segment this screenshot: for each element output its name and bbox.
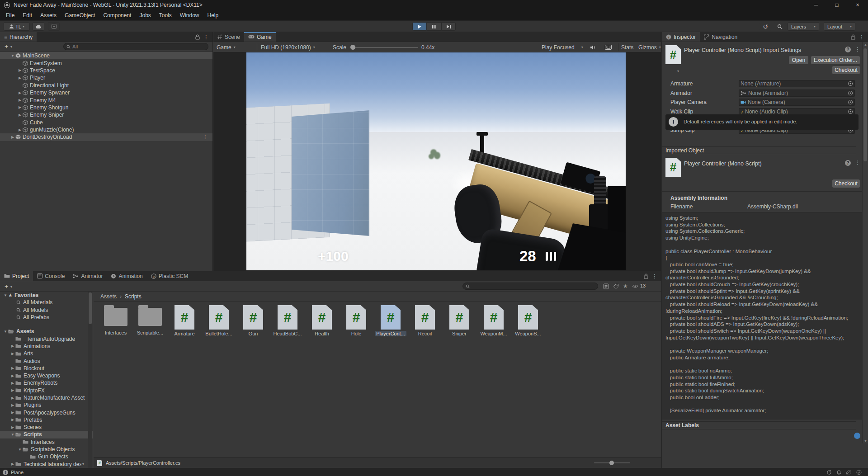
close-button[interactable]: × bbox=[847, 0, 868, 10]
play-button[interactable] bbox=[412, 22, 427, 31]
open-button[interactable]: Open bbox=[789, 56, 808, 64]
maximize-button[interactable]: □ bbox=[826, 0, 847, 10]
kebab-icon[interactable]: ⋮ bbox=[203, 134, 208, 140]
project-search-input[interactable] bbox=[462, 283, 598, 290]
pause-button[interactable] bbox=[427, 22, 441, 31]
hierarchy-item[interactable]: ▶TestSpace bbox=[0, 67, 212, 74]
truncation-caret-icon[interactable]: ▾ bbox=[82, 462, 84, 466]
expand-arrow-icon[interactable]: ▶ bbox=[17, 128, 23, 132]
project-tree-item[interactable]: ▶Prefabs bbox=[0, 416, 93, 424]
refresh-icon[interactable] bbox=[826, 470, 832, 475]
object-picker-icon[interactable] bbox=[848, 99, 853, 105]
thumbnail-size-thumb[interactable] bbox=[609, 461, 614, 465]
step-button[interactable] bbox=[441, 22, 456, 31]
minimize-button[interactable]: ─ bbox=[806, 0, 826, 10]
tab-inspector[interactable]: iInspector bbox=[662, 32, 700, 42]
kebab-icon[interactable]: ⋮ bbox=[652, 273, 657, 279]
expand-arrow-icon[interactable]: ▼ bbox=[3, 330, 8, 334]
grid-item-scriptable[interactable]: Scriptable... bbox=[133, 304, 167, 337]
inspector-scrollbar[interactable]: ▲ ▼ bbox=[862, 42, 868, 443]
favorites-item[interactable]: All Materials bbox=[0, 299, 93, 306]
resolution-dropdown[interactable]: Full HD (1920x1080)▾ bbox=[261, 43, 315, 51]
hierarchy-item[interactable]: ▼MainScene bbox=[0, 52, 212, 59]
expand-arrow-icon[interactable]: ▶ bbox=[10, 396, 15, 400]
keyboard-button[interactable] bbox=[605, 43, 612, 51]
save-search-star-icon[interactable]: ★ bbox=[623, 283, 628, 289]
menu-item-edit[interactable]: Edit bbox=[19, 10, 36, 20]
expand-arrow-icon[interactable]: ▶ bbox=[17, 91, 23, 95]
project-tree-item[interactable]: ▶Easy Weapons bbox=[0, 372, 93, 379]
grid-item-playercont[interactable]: #PlayerCont... bbox=[373, 304, 408, 338]
gizmos-dropdown[interactable]: Gizmos▾ bbox=[638, 43, 661, 51]
hierarchy-item[interactable]: ▶Enemy Sniper bbox=[0, 111, 212, 118]
hierarchy-item[interactable]: Cube bbox=[0, 119, 212, 126]
tab-plastic-scm[interactable]: pPlastic SCM bbox=[147, 271, 192, 281]
tab-animation[interactable]: Animation bbox=[107, 271, 146, 281]
scale-slider-thumb[interactable] bbox=[350, 45, 355, 50]
execution-order-button[interactable]: Execution Order... bbox=[811, 56, 860, 64]
grid-item-sniper[interactable]: #Sniper bbox=[442, 304, 476, 338]
project-tree-item[interactable]: Audios bbox=[0, 357, 93, 364]
lock-icon[interactable] bbox=[851, 34, 855, 40]
undo-history-button[interactable]: ↺ bbox=[760, 22, 771, 31]
expand-arrow-icon[interactable]: ▶ bbox=[10, 403, 15, 407]
play-focused-dropdown[interactable]: Play Focused▾ bbox=[542, 43, 583, 51]
grid-item-health[interactable]: #Health bbox=[305, 304, 339, 338]
hierarchy-item[interactable]: ▶Enemy M4 bbox=[0, 96, 212, 104]
asset-label-dot[interactable] bbox=[854, 433, 860, 439]
object-picker-icon[interactable] bbox=[848, 109, 853, 114]
check-circle-icon[interactable] bbox=[856, 470, 862, 475]
project-tree-item[interactable]: ▶KriptoFX bbox=[0, 387, 93, 394]
project-tree-item[interactable]: Gun Objects bbox=[0, 453, 93, 460]
lock-icon[interactable] bbox=[644, 273, 648, 279]
favorites-item[interactable]: All Models bbox=[0, 306, 93, 314]
expand-arrow-icon[interactable]: ▶ bbox=[10, 425, 15, 429]
thumbnail-size-slider[interactable] bbox=[594, 462, 630, 463]
project-tree-item[interactable]: ▶Blockout bbox=[0, 365, 93, 372]
display-dropdown[interactable]: Game▾ bbox=[217, 43, 236, 51]
help-icon[interactable]: ? bbox=[845, 47, 851, 52]
version-control-button[interactable] bbox=[48, 22, 60, 31]
expand-arrow-icon[interactable]: ▶ bbox=[10, 374, 15, 378]
layout-dropdown[interactable]: Layout▾ bbox=[824, 22, 855, 31]
expand-arrow-icon[interactable]: ▶ bbox=[10, 418, 15, 422]
expand-arrow-icon[interactable]: ▼ bbox=[3, 293, 8, 297]
expand-arrow-icon[interactable]: ▶ bbox=[10, 352, 15, 356]
project-tree-item[interactable]: ▼Assets bbox=[0, 328, 93, 335]
object-field[interactable]: None (Armature) bbox=[739, 80, 855, 87]
expand-arrow-icon[interactable]: ▶ bbox=[17, 105, 23, 109]
create-object-button[interactable]: ＋▾ bbox=[3, 42, 12, 51]
foldout-icon[interactable]: ▾ bbox=[677, 69, 679, 73]
project-tree-item[interactable]: ▼Scripts bbox=[0, 431, 93, 438]
breadcrumb-current[interactable]: Scripts bbox=[125, 293, 142, 300]
expand-arrow-icon[interactable]: ▶ bbox=[10, 410, 15, 415]
grid-item-bullethole[interactable]: #BulletHole... bbox=[202, 304, 236, 338]
hierarchy-search-input[interactable]: All bbox=[63, 43, 208, 50]
scale-slider-track[interactable] bbox=[350, 47, 418, 48]
expand-arrow-icon[interactable]: ▼ bbox=[10, 54, 15, 58]
grid-item-hole[interactable]: #Hole bbox=[339, 304, 373, 338]
menu-item-jobs[interactable]: Jobs bbox=[135, 10, 155, 20]
grid-item-gun[interactable]: #Gun bbox=[236, 304, 270, 338]
expand-arrow-icon[interactable]: ▶ bbox=[17, 98, 23, 102]
project-tree-item[interactable]: ▶PostApocalypseGuns bbox=[0, 409, 93, 416]
object-field[interactable]: None (Camera) bbox=[739, 99, 855, 106]
lock-icon[interactable] bbox=[195, 34, 200, 40]
tab-scene[interactable]: Scene bbox=[213, 32, 244, 42]
favorites-header[interactable]: ▼★Favorites bbox=[0, 292, 93, 299]
cloud-status-icon[interactable] bbox=[846, 470, 852, 475]
menu-item-window[interactable]: Window bbox=[176, 10, 203, 20]
grid-item-weapons[interactable]: #WeaponS... bbox=[511, 304, 545, 338]
object-picker-icon[interactable] bbox=[848, 90, 853, 96]
expand-arrow-icon[interactable]: ▶ bbox=[10, 366, 15, 370]
expand-arrow-icon[interactable]: ▶ bbox=[10, 388, 15, 392]
search-button[interactable] bbox=[774, 22, 786, 31]
tab-game[interactable]: Game bbox=[244, 32, 276, 42]
hierarchy-item[interactable]: EventSystem bbox=[0, 59, 212, 66]
checkout-button[interactable]: Checkout bbox=[832, 66, 860, 74]
hierarchy-item[interactable]: ▶gunMuzzle(Clone) bbox=[0, 126, 212, 133]
game-viewport[interactable]: +100 28 bbox=[213, 52, 661, 271]
stats-button[interactable]: Stats bbox=[621, 43, 633, 51]
favorites-item[interactable]: All Prefabs bbox=[0, 314, 93, 321]
object-picker-icon[interactable] bbox=[848, 81, 853, 86]
